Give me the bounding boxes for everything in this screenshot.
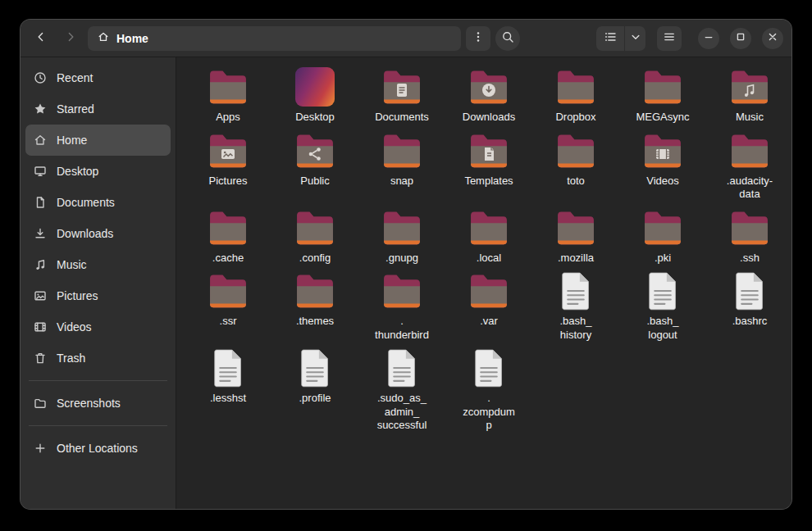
file-item-toto[interactable]: toto bbox=[554, 128, 597, 190]
file-item--pki[interactable]: .​pki bbox=[641, 205, 684, 267]
sidebar-item-label: Screenshots bbox=[57, 397, 121, 410]
file-item--lesshst[interactable]: .​lesshst bbox=[207, 345, 249, 407]
close-icon bbox=[766, 30, 779, 46]
folder-icon bbox=[641, 129, 684, 172]
file-item--ssr[interactable]: .​ssr bbox=[207, 268, 249, 330]
hamburger-menu-icon bbox=[663, 30, 676, 46]
file-item-label: .​audacity-​data bbox=[722, 175, 778, 202]
file-item-downloads[interactable]: Downloads bbox=[463, 64, 515, 126]
file-item-videos[interactable]: Videos bbox=[641, 128, 684, 190]
file-item-label: Dropbox bbox=[555, 111, 595, 125]
folder-icon bbox=[554, 129, 597, 172]
sidebar-item-home[interactable]: Home bbox=[25, 125, 171, 156]
file-item-desktop[interactable]: Desktop bbox=[294, 64, 336, 126]
folder-icon bbox=[468, 129, 510, 172]
folder-icon bbox=[207, 129, 249, 172]
list-view-button[interactable] bbox=[596, 26, 624, 51]
header-bar: Home bbox=[21, 20, 791, 57]
sidebar-item-pictures[interactable]: Pictures bbox=[25, 280, 171, 311]
file-item--profile[interactable]: .​profile bbox=[294, 345, 336, 407]
maximize-icon bbox=[734, 30, 747, 46]
folder-icon bbox=[34, 397, 47, 410]
folder-icon bbox=[294, 129, 336, 172]
forward-button[interactable] bbox=[58, 26, 83, 51]
sidebar-item-screenshots[interactable]: Screenshots bbox=[25, 388, 171, 419]
sidebar-item-documents[interactable]: Documents bbox=[25, 187, 171, 218]
music-icon bbox=[34, 258, 47, 271]
sidebar-item-other-locations[interactable]: Other Locations bbox=[25, 433, 171, 464]
path-menu-button[interactable] bbox=[466, 26, 490, 51]
file-item-megasync[interactable]: MEGAsync bbox=[636, 64, 689, 126]
window-controls bbox=[698, 28, 783, 49]
file-item--local[interactable]: .​local bbox=[468, 205, 510, 267]
desktop-wallpaper-icon bbox=[294, 66, 336, 108]
close-button[interactable] bbox=[762, 28, 783, 49]
file-item-label: .​bash_​logout bbox=[635, 315, 691, 342]
file-item-label: Documents bbox=[375, 111, 429, 125]
sidebar-item-videos[interactable]: Videos bbox=[25, 311, 171, 343]
sidebar-item-recent[interactable]: Recent bbox=[25, 62, 171, 93]
file-item-public[interactable]: Public bbox=[294, 128, 336, 190]
file-item-label: .​lesshst bbox=[210, 392, 246, 406]
sidebar-item-starred[interactable]: Starred bbox=[25, 93, 171, 125]
desktop-icon bbox=[34, 165, 47, 178]
sidebar-item-label: Videos bbox=[57, 320, 92, 334]
view-options-dropdown[interactable] bbox=[624, 26, 645, 51]
file-item-pictures[interactable]: Pictures bbox=[207, 128, 249, 190]
sidebar-item-label: Pictures bbox=[57, 289, 98, 302]
file-item--var[interactable]: .​var bbox=[468, 268, 510, 330]
file-item--bash-history[interactable]: .​bash_​history bbox=[548, 268, 604, 343]
file-item-label: Pictures bbox=[209, 175, 248, 188]
sidebar-item-desktop[interactable]: Desktop bbox=[25, 156, 171, 187]
file-item--thunderbird[interactable]: .​thunderbird bbox=[374, 268, 430, 343]
file-item--zcompdump[interactable]: .​zcompdump bbox=[461, 345, 517, 434]
file-item-snap[interactable]: snap bbox=[381, 128, 423, 190]
window-body: RecentStarredHomeDesktopDocumentsDownloa… bbox=[21, 57, 791, 509]
file-item-music[interactable]: Music bbox=[728, 64, 771, 126]
folder-icon bbox=[207, 270, 249, 312]
sidebar-item-label: Trash bbox=[57, 352, 85, 365]
file-item--mozilla[interactable]: .​mozilla bbox=[554, 205, 597, 267]
file-item-label: .​cache bbox=[212, 252, 244, 266]
sidebar-item-trash[interactable]: Trash bbox=[25, 343, 171, 374]
documents-icon bbox=[34, 196, 47, 209]
file-item--sudo-as-admin-successful[interactable]: .​sudo_​as_​admin_​successful bbox=[374, 345, 430, 434]
folder-icon bbox=[554, 66, 597, 108]
sidebar-item-downloads[interactable]: Downloads bbox=[25, 218, 171, 249]
sidebar-item-label: Other Locations bbox=[57, 442, 138, 455]
file-item--bash-logout[interactable]: .​bash_​logout bbox=[635, 268, 691, 343]
file-item--ssh[interactable]: .​ssh bbox=[728, 205, 771, 267]
file-item-dropbox[interactable]: Dropbox bbox=[554, 64, 597, 126]
trash-icon bbox=[34, 352, 47, 365]
files-window: Home bbox=[21, 20, 791, 509]
plus-icon bbox=[34, 442, 47, 455]
file-item-templates[interactable]: Templates bbox=[464, 128, 513, 190]
file-item--audacity-data[interactable]: .​audacity-​data bbox=[722, 128, 778, 203]
text-file-icon bbox=[468, 347, 510, 389]
kebab-menu-icon bbox=[472, 30, 485, 46]
app-menu-button[interactable] bbox=[657, 26, 682, 51]
folder-icon bbox=[554, 206, 597, 249]
file-item--gnupg[interactable]: .​gnupg bbox=[381, 205, 423, 267]
file-item--themes[interactable]: .​themes bbox=[294, 268, 336, 330]
search-icon bbox=[501, 30, 514, 46]
text-file-icon bbox=[641, 270, 684, 312]
videos-icon bbox=[34, 320, 47, 334]
file-item-documents[interactable]: Documents bbox=[375, 64, 429, 126]
file-item-label: .​gnupg bbox=[385, 252, 418, 266]
folder-icon bbox=[468, 270, 510, 312]
file-item--cache[interactable]: .​cache bbox=[207, 205, 249, 267]
file-item--config[interactable]: .​config bbox=[294, 205, 336, 267]
path-bar[interactable]: Home bbox=[88, 26, 461, 51]
file-item-apps[interactable]: Apps bbox=[207, 64, 249, 126]
text-file-icon bbox=[207, 347, 249, 389]
back-button[interactable] bbox=[29, 26, 53, 51]
file-item-label: Templates bbox=[464, 175, 513, 188]
sidebar-item-music[interactable]: Music bbox=[25, 249, 171, 280]
minimize-button[interactable] bbox=[698, 28, 719, 49]
file-item--bashrc[interactable]: .​bashrc bbox=[728, 268, 771, 330]
search-button[interactable] bbox=[495, 26, 520, 51]
chevron-right-icon bbox=[64, 30, 77, 46]
file-item-label: .​thunderbird bbox=[374, 315, 430, 342]
maximize-button[interactable] bbox=[730, 28, 751, 49]
